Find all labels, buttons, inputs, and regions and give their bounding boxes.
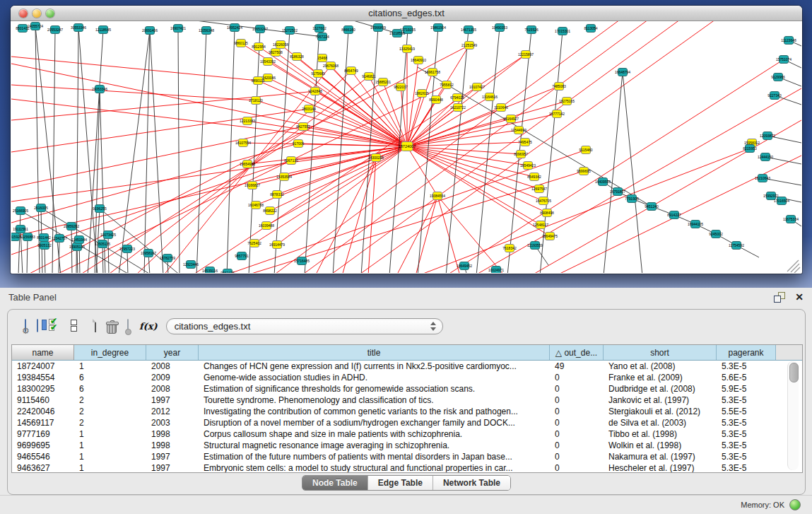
table-cell[interactable]: 6 bbox=[74, 372, 146, 383]
table-cell[interactable]: 2012 bbox=[146, 406, 199, 417]
column-header-short[interactable]: short bbox=[604, 345, 717, 360]
table-cell[interactable]: 9465546 bbox=[12, 451, 74, 462]
table-cell[interactable]: 5.3E-5 bbox=[717, 462, 776, 472]
table-row[interactable]: 2242004622012Investigating the contribut… bbox=[12, 406, 802, 417]
table-cell[interactable]: 0 bbox=[550, 462, 604, 472]
network-canvas[interactable]: 9860125891295418226058982750881863281546… bbox=[11, 21, 801, 273]
table-cell[interactable]: Franke et al. (2009) bbox=[604, 372, 717, 383]
table-cell[interactable]: Tourette syndrome. Phenomenology and cla… bbox=[199, 395, 550, 406]
table-cell[interactable]: Yano et al. (2008) bbox=[604, 361, 717, 372]
table-cell[interactable]: 2 bbox=[74, 406, 146, 417]
table-cell[interactable]: 5.3E-5 bbox=[717, 417, 776, 428]
network-window-titlebar[interactable]: citations_edges.txt bbox=[11, 6, 802, 21]
table-cell[interactable]: Changes of HCN gene expression and I(f) … bbox=[199, 361, 550, 372]
column-header-name[interactable]: name bbox=[12, 345, 74, 360]
table-cell[interactable]: Disruption of a novel member of a sodium… bbox=[199, 417, 550, 428]
table-cell[interactable]: 0 bbox=[550, 417, 604, 428]
tab-edge-table[interactable]: Edge Table bbox=[367, 476, 433, 490]
table-cell[interactable]: 5.9E-5 bbox=[717, 383, 776, 395]
table-cell[interactable]: 5.5E-5 bbox=[717, 406, 776, 417]
table-cell[interactable]: 2008 bbox=[146, 361, 199, 372]
table-cell[interactable]: Wolkin et al. (1998) bbox=[604, 440, 717, 451]
table-row[interactable]: 1938455462009Genome-wide association stu… bbox=[12, 372, 802, 383]
select-all-button[interactable]: ✔ ✔ bbox=[49, 319, 60, 333]
tab-network-table[interactable]: Network Table bbox=[433, 476, 510, 490]
table-cell[interactable]: 1 bbox=[74, 428, 146, 440]
table-cell[interactable]: 0 bbox=[550, 440, 604, 451]
table-cell[interactable]: 2 bbox=[74, 417, 146, 428]
table-row[interactable]: 946554611997Estimation of the future num… bbox=[12, 451, 802, 462]
function-builder-button[interactable]: f(x) bbox=[139, 321, 158, 332]
table-row[interactable]: 1872400712008Changes of HCN gene express… bbox=[12, 361, 802, 372]
table-cell[interactable]: 0 bbox=[550, 428, 604, 440]
table-row[interactable]: 1830029562008Estimation of significance … bbox=[12, 383, 802, 395]
table-cell[interactable]: 5.3E-5 bbox=[717, 395, 776, 406]
column-header-title[interactable]: title bbox=[199, 345, 550, 360]
table-cell[interactable]: 9699695 bbox=[12, 440, 74, 451]
vertical-scrollbar[interactable] bbox=[787, 361, 799, 470]
table-cell[interactable]: 2 bbox=[74, 395, 146, 406]
show-column-button[interactable] bbox=[37, 320, 38, 332]
table-cell[interactable]: 6 bbox=[74, 383, 146, 395]
table-row[interactable]: 977716911998Corpus callosum shape and si… bbox=[12, 428, 802, 440]
table-cell[interactable]: 1 bbox=[74, 462, 146, 472]
table-cell[interactable]: 1 bbox=[74, 451, 146, 462]
column-header-out-degree-sorted[interactable]: △ out_de... bbox=[550, 345, 604, 360]
table-cell[interactable]: 2009 bbox=[146, 372, 199, 383]
table-cell[interactable]: Nakamura et al. (1997) bbox=[604, 451, 717, 462]
table-cell[interactable]: 1998 bbox=[146, 440, 199, 451]
table-row[interactable]: 911546021997Tourette syndrome. Phenomeno… bbox=[12, 395, 802, 406]
table-cell[interactable]: 5.3E-5 bbox=[717, 451, 776, 462]
table-cell[interactable]: 9463627 bbox=[12, 462, 74, 472]
table-cell[interactable]: 1997 bbox=[146, 462, 199, 472]
table-cell[interactable]: Structural magnetic resonance image aver… bbox=[199, 440, 550, 451]
column-header-in-degree[interactable]: in_degree bbox=[74, 345, 146, 360]
table-cell[interactable]: Genome-wide association studies in ADHD. bbox=[199, 372, 550, 383]
table-cell[interactable]: Estimation of significance thresholds fo… bbox=[199, 383, 550, 395]
resize-grip-icon[interactable] bbox=[791, 264, 799, 272]
table-row[interactable]: 946362711997Embryonic stem cells: a mode… bbox=[12, 462, 802, 472]
clear-selection-button[interactable] bbox=[71, 320, 77, 332]
table-options-button[interactable]: ⚙ bbox=[25, 320, 26, 332]
table-cell[interactable]: 0 bbox=[550, 406, 604, 417]
table-cell[interactable]: 9115460 bbox=[12, 395, 74, 406]
table-cell[interactable]: 14569117 bbox=[12, 417, 74, 428]
table-cell[interactable]: 2003 bbox=[146, 417, 199, 428]
table-cell[interactable]: 0 bbox=[550, 451, 604, 462]
table-cell[interactable]: de Silva et al. (2003) bbox=[604, 417, 717, 428]
create-column-button[interactable] bbox=[95, 320, 96, 332]
table-cell[interactable]: 5.6E-5 bbox=[717, 372, 776, 383]
table-cell[interactable]: 0 bbox=[550, 383, 604, 395]
table-cell[interactable]: Hescheler et al. (1997) bbox=[604, 462, 717, 472]
table-cell[interactable]: Estimation of the future numbers of pati… bbox=[199, 451, 550, 462]
table-cell[interactable]: 2008 bbox=[146, 383, 199, 395]
table-cell[interactable]: 0 bbox=[550, 395, 604, 406]
table-cell[interactable]: Tibbo et al. (1998) bbox=[604, 428, 717, 440]
table-cell[interactable]: Jankovic et al. (1997) bbox=[604, 395, 717, 406]
column-header-pagerank[interactable]: pagerank bbox=[717, 345, 776, 360]
scrollbar-thumb[interactable] bbox=[789, 363, 799, 382]
import-table-button[interactable] bbox=[127, 320, 129, 332]
table-cell[interactable]: Embryonic stem cells: a model to study s… bbox=[199, 462, 550, 472]
table-cell[interactable]: 49 bbox=[550, 361, 604, 372]
table-cell[interactable]: 9777169 bbox=[12, 428, 74, 440]
table-cell[interactable]: 18724007 bbox=[12, 361, 74, 372]
table-cell[interactable]: 1997 bbox=[146, 395, 199, 406]
table-cell[interactable]: Investigating the contribution of common… bbox=[199, 406, 550, 417]
column-header-year[interactable]: year bbox=[146, 345, 199, 360]
table-cell[interactable]: 1997 bbox=[146, 451, 199, 462]
table-cell[interactable]: 1 bbox=[74, 361, 146, 372]
table-cell[interactable]: 5.3E-5 bbox=[717, 440, 776, 451]
table-cell[interactable]: 0 bbox=[550, 372, 604, 383]
table-cell[interactable]: 1 bbox=[74, 440, 146, 451]
table-row[interactable]: 1456911722003Disruption of a novel membe… bbox=[12, 417, 802, 428]
float-window-icon[interactable] bbox=[774, 292, 785, 302]
close-icon[interactable]: ✕ bbox=[795, 292, 804, 302]
table-row[interactable]: 969969511998Structural magnetic resonanc… bbox=[12, 440, 802, 451]
table-cell[interactable]: 5.3E-5 bbox=[717, 428, 776, 440]
table-cell[interactable]: 18300295 bbox=[12, 383, 74, 395]
table-cell[interactable]: 22420046 bbox=[12, 406, 74, 417]
table-cell[interactable]: Stergiakouli et al. (2012) bbox=[604, 406, 717, 417]
table-cell[interactable]: Corpus callosum shape and size in male p… bbox=[199, 428, 550, 440]
table-cell[interactable]: 5.3E-5 bbox=[717, 361, 776, 372]
